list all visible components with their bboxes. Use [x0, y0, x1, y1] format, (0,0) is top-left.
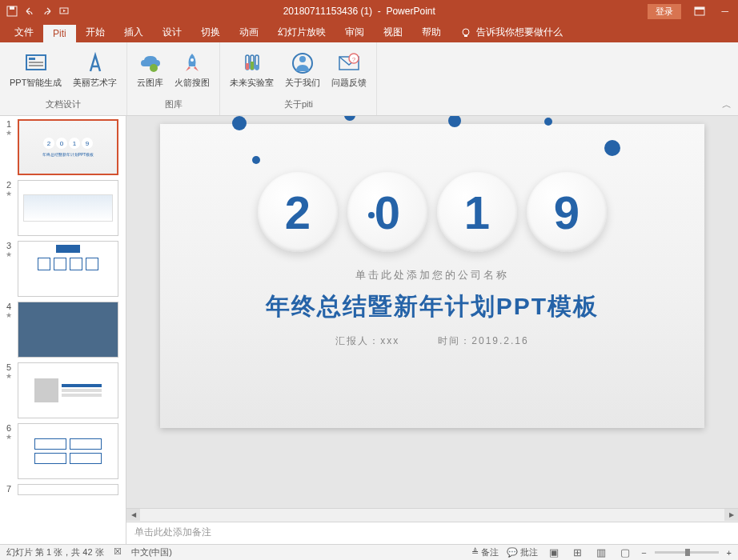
slide-thumbnail-2[interactable] [18, 180, 118, 236]
sorter-view-icon[interactable]: ⊞ [570, 546, 585, 558]
horizontal-scrollbar[interactable]: ◀ ▶ [126, 508, 738, 522]
slide-thumb-item: 7 [3, 484, 122, 495]
feedback-button[interactable]: ? 问题反馈 [328, 49, 370, 90]
tab-transition[interactable]: 切换 [191, 22, 230, 42]
rocket-search-button[interactable]: 火箭搜图 [171, 49, 213, 90]
svg-rect-10 [29, 65, 43, 66]
slide-thumbnail-4[interactable] [18, 302, 118, 358]
slide-thumbnail-1[interactable]: 2019年终总结暨新年计划PPT模板 [18, 119, 118, 175]
slide-thumb-item: 2★ [3, 180, 122, 236]
tab-file[interactable]: 文件 [5, 22, 43, 42]
login-button[interactable]: 登录 [648, 4, 681, 19]
scroll-right-icon[interactable]: ▶ [724, 509, 738, 521]
slide-canvas-area: 2 0 1 9 单击此处添加您的公司名称 年终总结暨新年计划PPT模板 汇报人：… [126, 116, 738, 544]
tab-animation[interactable]: 动画 [230, 22, 268, 42]
ribbon-group-doc-design: PPT智能生成 美丽艺术字 文档设计 [0, 42, 127, 115]
slide-thumbnail-5[interactable] [18, 362, 118, 418]
tell-me-search[interactable]: 告诉我你想要做什么 [451, 22, 572, 42]
animation-star-icon: ★ [6, 311, 12, 319]
tab-view[interactable]: 视图 [374, 22, 412, 42]
art-text-button[interactable]: 美丽艺术字 [70, 49, 120, 90]
about-us-button[interactable]: 关于我们 [282, 49, 323, 90]
about-icon [290, 50, 315, 76]
collapse-ribbon-icon[interactable]: ︿ [716, 95, 738, 115]
slideshow-view-icon[interactable]: ▢ [617, 546, 633, 558]
quick-access-toolbar [6, 6, 70, 17]
zoom-slider[interactable] [655, 551, 719, 554]
tab-slideshow[interactable]: 幻灯片放映 [268, 22, 335, 42]
year-digit: 9 [527, 172, 607, 252]
tab-insert[interactable]: 插入 [114, 22, 153, 42]
year-digit: 1 [437, 172, 517, 252]
slide-number: 5 [6, 362, 11, 372]
tab-design[interactable]: 设计 [153, 22, 191, 42]
undo-icon[interactable] [24, 6, 35, 17]
group-label-about: 关于piti [284, 97, 313, 112]
scroll-left-icon[interactable]: ◀ [126, 509, 140, 521]
slide-thumb-item: 4★ [3, 302, 122, 358]
ribbon-group-about: 未来实验室 关于我们 ? 问题反馈 关于piti [220, 42, 377, 115]
animation-star-icon: ★ [6, 433, 12, 441]
svg-point-11 [150, 64, 158, 72]
company-name-placeholder[interactable]: 单击此处添加您的公司名称 [160, 268, 704, 282]
slide-meta[interactable]: 汇报人：xxx 时间：2019.2.16 [160, 334, 704, 348]
svg-rect-18 [255, 65, 259, 70]
cloud-gallery-button[interactable]: 云图库 [134, 49, 166, 90]
ribbon-tabs: 文件 Piti 开始 插入 设计 切换 动画 幻灯片放映 审阅 视图 帮助 告诉… [0, 22, 738, 42]
spell-check-icon[interactable]: ☒ [114, 546, 122, 558]
minimize-icon[interactable]: ─ [718, 6, 732, 17]
slide-thumbnail-panel[interactable]: 1★ 2019年终总结暨新年计划PPT模板 2★ 3★ 4★ 5★ 6★ 7 [0, 116, 126, 544]
ppt-smart-gen-button[interactable]: PPT智能生成 [6, 49, 65, 90]
svg-rect-17 [251, 62, 254, 70]
canvas-scroll[interactable]: 2 0 1 9 单击此处添加您的公司名称 年终总结暨新年计划PPT模板 汇报人：… [126, 116, 738, 508]
slide-number: 1 [6, 119, 11, 129]
save-icon[interactable] [6, 6, 18, 17]
notes-pane[interactable]: 单击此处添加备注 [126, 522, 738, 544]
slide-thumbnail-7[interactable] [18, 484, 118, 495]
comments-toggle[interactable]: 💬 批注 [507, 546, 538, 558]
slide-canvas[interactable]: 2 0 1 9 单击此处添加您的公司名称 年终总结暨新年计划PPT模板 汇报人：… [160, 124, 704, 428]
ribbon-group-gallery: 云图库 火箭搜图 图库 [127, 42, 220, 115]
ribbon: PPT智能生成 美丽艺术字 文档设计 云图库 火箭搜图 图库 未来实 [0, 42, 738, 116]
redo-icon[interactable] [42, 6, 53, 17]
group-label-doc-design: 文档设计 [46, 97, 81, 112]
tab-piti[interactable]: Piti [43, 25, 76, 42]
future-lab-button[interactable]: 未来实验室 [227, 49, 277, 90]
ribbon-display-icon[interactable] [691, 6, 708, 16]
art-text-icon [82, 50, 108, 76]
tab-home[interactable]: 开始 [76, 22, 114, 42]
slide-thumb-item: 5★ [3, 362, 122, 418]
svg-text:?: ? [352, 56, 356, 63]
svg-point-12 [191, 58, 194, 62]
status-bar: 幻灯片 第 1 张，共 42 张 ☒ 中文(中国) ≜ 备注 💬 批注 ▣ ⊞ … [0, 544, 738, 560]
normal-view-icon[interactable]: ▣ [546, 546, 562, 558]
smart-gen-icon [23, 50, 49, 76]
slide-number: 2 [6, 180, 11, 190]
slide-thumbnail-6[interactable] [18, 423, 118, 479]
tab-review[interactable]: 审阅 [335, 22, 374, 42]
rocket-icon [179, 50, 205, 76]
slide-thumbnail-3[interactable] [18, 241, 118, 297]
svg-rect-1 [10, 6, 14, 10]
animation-star-icon: ★ [6, 372, 12, 380]
notes-toggle[interactable]: ≜ 备注 [471, 546, 499, 558]
slide-number: 3 [6, 241, 11, 250]
animation-star-icon: ★ [6, 129, 12, 137]
svg-point-5 [463, 29, 469, 35]
slide-number: 6 [6, 423, 11, 433]
start-from-beginning-icon[interactable] [59, 6, 70, 17]
svg-rect-8 [29, 58, 35, 60]
tab-help[interactable]: 帮助 [412, 22, 451, 42]
zoom-in-icon[interactable]: + [727, 548, 732, 558]
reading-view-icon[interactable]: ▥ [593, 546, 609, 558]
language-status[interactable]: 中文(中国) [131, 546, 172, 558]
slide-thumb-item: 3★ [3, 241, 122, 297]
window-controls: 登录 ─ [648, 4, 732, 19]
slide-title-text[interactable]: 年终总结暨新年计划PPT模板 [160, 290, 704, 323]
lab-icon [239, 50, 265, 76]
zoom-out-icon[interactable]: − [641, 548, 646, 558]
slide-number: 7 [6, 484, 11, 494]
year-digit: 2 [258, 172, 338, 252]
group-label-gallery: 图库 [165, 97, 182, 112]
year-digit: 0 [347, 172, 427, 252]
